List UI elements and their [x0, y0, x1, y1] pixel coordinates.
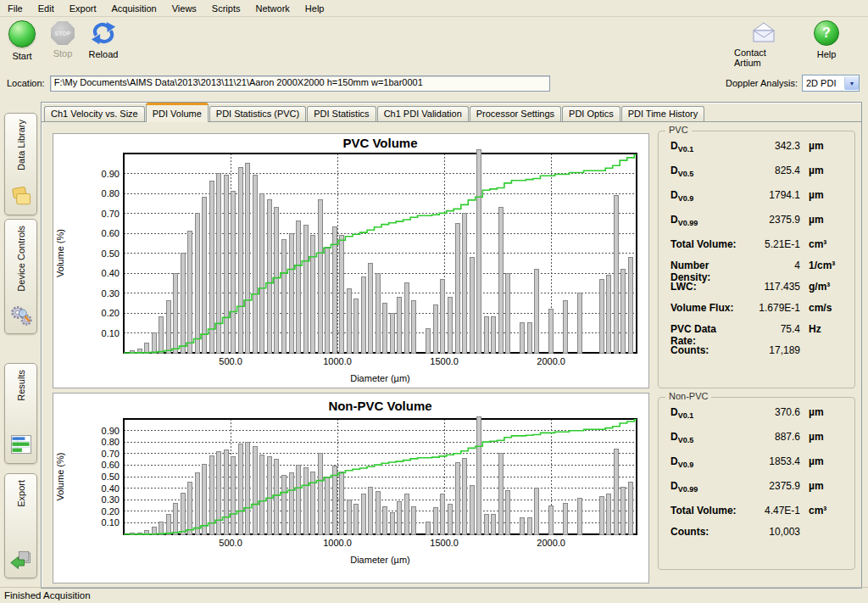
folders-icon [9, 185, 33, 209]
histogram-bar [433, 305, 437, 353]
doppler-analysis-select[interactable]: 2D PDI ▼ [802, 75, 860, 92]
stat-label: Volume Flux: [670, 302, 744, 314]
histogram-bar [492, 317, 496, 353]
histogram-bar [564, 301, 568, 353]
start-button-label: Start [12, 51, 31, 61]
y-axis-label: Volume (%) [55, 229, 65, 277]
start-button[interactable]: Start [3, 17, 41, 61]
doppler-analysis-group: Doppler Analysis: 2D PDI ▼ [726, 75, 860, 92]
stat-row: Number Density:41/cm³ [670, 260, 848, 281]
histogram-bar [549, 309, 554, 353]
tab-pdi-volume[interactable]: PDI Volume [146, 103, 209, 122]
stat-label: Counts: [670, 344, 744, 356]
histogram-bar [463, 214, 467, 354]
stat-unit: µm [800, 406, 848, 418]
y-tick-label: 0.30 [102, 494, 120, 505]
histogram-bar [253, 447, 257, 534]
histogram-bar [398, 297, 402, 353]
sidebar-item-device-controls[interactable]: Device Controls [4, 219, 37, 334]
stat-value: 4.47E-1 [744, 505, 800, 516]
histogram-bar [318, 199, 322, 353]
histogram-bar [311, 472, 315, 534]
histogram-bar [354, 505, 359, 534]
stat-value: 10,003 [744, 526, 800, 538]
pvc-volume-chart: PVC VolumeVolume (%)0.100.200.300.400.50… [53, 133, 649, 388]
tab-pdi-optics[interactable]: PDI Optics [562, 106, 620, 121]
chevron-down-icon[interactable]: ▼ [844, 76, 859, 90]
contact-artium-button[interactable]: Contact Artium [734, 17, 793, 68]
location-field[interactable]: F:\My Documents\AIMS Data\2013\2013\11\2… [50, 75, 550, 92]
histogram-bar [520, 323, 525, 353]
stat-unit: g/m³ [800, 281, 848, 293]
y-axis-label: Volume (%) [55, 453, 65, 501]
histogram-bar [181, 493, 185, 534]
menu-item-views[interactable]: Views [164, 2, 204, 15]
tab-pdi-time-history[interactable]: PDI Time History [621, 106, 705, 121]
sidebar-item-results[interactable]: Results [4, 363, 37, 464]
histogram-bar [152, 528, 156, 534]
y-tick-label: 0.40 [102, 268, 120, 278]
histogram-bar [527, 518, 531, 534]
menu-item-export[interactable]: Export [62, 2, 104, 15]
menu-item-file[interactable]: File [0, 2, 31, 15]
stat-row: DV0.5887.6µm [670, 431, 848, 455]
menu-item-edit[interactable]: Edit [31, 2, 62, 15]
histogram-bar [326, 477, 330, 534]
stop-icon-text: STOP [55, 31, 71, 36]
histogram-bar [260, 193, 264, 353]
sidebar-item-data-library[interactable]: Data Library [4, 113, 37, 215]
help-button[interactable]: ? Help [797, 17, 856, 68]
help-icon: ? [814, 20, 839, 46]
histogram-bar [628, 483, 632, 534]
y-tick-label: 0.90 [102, 426, 120, 436]
stat-value: 17,189 [744, 344, 800, 356]
histogram-bar [332, 227, 337, 353]
histogram-bar [484, 515, 488, 534]
tab-ch1-velocity-vs-size[interactable]: Ch1 Velocity vs. Size [44, 106, 145, 121]
tab-processor-settings[interactable]: Processor Settings [470, 106, 561, 121]
x-tick-label: 1000.0 [323, 356, 352, 366]
histogram-bar [412, 301, 416, 353]
histogram-bar [238, 167, 242, 353]
histogram-bar [578, 499, 582, 534]
y-tick-label: 0.50 [102, 472, 120, 482]
histogram-bar [599, 279, 604, 353]
stat-label: DV0.9 [670, 189, 744, 203]
histogram-bar [238, 444, 242, 534]
menu-item-network[interactable]: Network [248, 2, 297, 15]
histogram-bar [578, 293, 582, 354]
histogram-bar [383, 303, 387, 353]
histogram-bar [203, 198, 207, 353]
histogram-bar [470, 257, 474, 353]
histogram-bar [448, 297, 452, 353]
histogram-bar [289, 233, 293, 353]
histogram-bar [340, 235, 344, 353]
y-tick-label: 0.60 [102, 460, 120, 470]
histogram-bar [203, 464, 207, 534]
menu-item-help[interactable]: Help [298, 2, 332, 15]
histogram-bar [297, 465, 301, 534]
sidebar-item-export[interactable]: Export [4, 473, 37, 578]
tab-strip: Ch1 Velocity vs. SizePDI VolumePDI Stati… [44, 103, 705, 121]
stat-unit: µm [800, 214, 848, 226]
tab-pdi-statistics[interactable]: PDI Statistics [307, 106, 376, 121]
stat-label: DV0.99 [670, 214, 744, 227]
x-tick-label: 1500.0 [430, 538, 459, 548]
tab-ch1-pdi-validation[interactable]: Ch1 PDI Validation [377, 106, 469, 121]
y-tick-label: 0.80 [102, 437, 120, 447]
histogram-bar [506, 490, 510, 534]
doppler-analysis-value: 2D PDI [803, 78, 844, 88]
tab-pdi-statistics-pvc[interactable]: PDI Statistics (PVC) [209, 106, 306, 121]
menu-item-scripts[interactable]: Scripts [204, 2, 248, 15]
histogram-bar [492, 515, 496, 534]
y-tick-label: 0.80 [102, 188, 120, 198]
main-panel: Ch1 Velocity vs. SizePDI VolumePDI Stati… [41, 102, 862, 589]
x-tick-label: 500.0 [219, 356, 242, 366]
menu-item-acquisition[interactable]: Acquisition [104, 2, 164, 15]
histogram-bar [217, 451, 221, 534]
nonpvc-stats-groupbox: Non-PVC DV0.1370.6µmDV0.5887.6µmDV0.9185… [658, 397, 855, 570]
y-tick-label: 0.10 [102, 328, 120, 338]
reload-button[interactable]: Reload [85, 17, 122, 59]
non-pvc-volume-svg: Non-PVC VolumeVolume (%)0.100.200.300.40… [53, 394, 648, 583]
stat-label: DV0.5 [670, 431, 744, 444]
